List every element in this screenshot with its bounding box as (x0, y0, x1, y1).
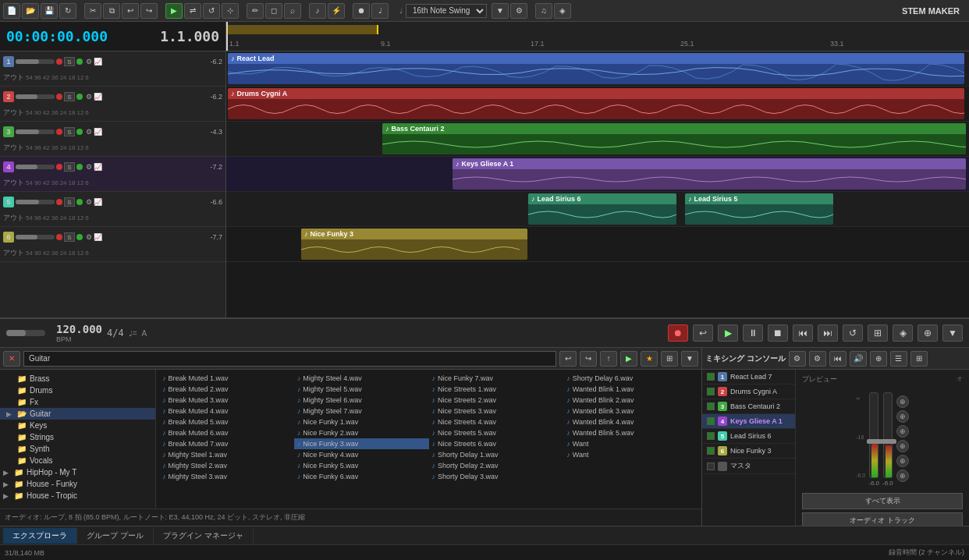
file-nice-funky-7[interactable]: ♪Nice Funky 7.wav (429, 373, 564, 384)
channel-fader-handle-2[interactable] (881, 439, 896, 444)
file-nice-streets-1[interactable]: ♪Nice Streets 1.wav (429, 384, 564, 395)
draw-button[interactable]: ✏ (247, 3, 264, 19)
folder-fx[interactable]: 📁 Fx (0, 396, 155, 408)
file-nice-streets-5[interactable]: ♪Nice Streets 5.wav (429, 427, 564, 438)
clip-drums-cygni[interactable]: ♪ Drums Cygni A (228, 88, 964, 119)
channel-fader-track-2[interactable] (883, 392, 893, 478)
skip-forward-button[interactable]: ⏭ (818, 324, 838, 342)
copy-button[interactable]: ⧉ (103, 3, 120, 19)
track-fader-2[interactable] (16, 94, 55, 99)
file-nice-streets-3[interactable]: ♪Nice Streets 3.wav (429, 406, 564, 416)
mixer-expand-button[interactable]: ⊞ (910, 351, 928, 367)
clip-bass-centauri[interactable]: ♪ Bass Centauri 2 (382, 123, 966, 154)
mixer-fx-btn-2[interactable]: ⊕ (896, 410, 909, 423)
track-mute-led-3[interactable] (56, 129, 62, 135)
return-to-start-button[interactable]: ↩ (693, 324, 713, 342)
clip-lead-sirius-2[interactable]: ♪Lead Sirius 5 (685, 193, 833, 225)
file-wanted-blink-2[interactable]: ♪Wanted Blink 2.wav (563, 395, 698, 406)
file-nice-streets-6[interactable]: ♪Nice Streets 6.wav (429, 438, 564, 449)
file-nice-funky-2[interactable]: ♪Nice Funky 2.wav (294, 427, 429, 438)
show-all-button[interactable]: すべて表示 (802, 493, 963, 509)
overdub-button[interactable]: ⊕ (918, 324, 938, 342)
track-mute-led-4[interactable] (56, 164, 62, 170)
file-nice-funky-3[interactable]: ♪Nice Funky 3.wav (294, 438, 429, 449)
file-mighty-steel-3[interactable]: ♪Mighty Steel 3.wav (159, 471, 294, 482)
file-mighty-steel-7[interactable]: ♪Mighty Steel 7.wav (294, 406, 429, 416)
file-break-muted-4[interactable]: ♪Break Muted 4.wav (159, 406, 294, 416)
clip-lead-sirius-1[interactable]: ♪Lead Sirius 6 (528, 193, 676, 225)
timeline-ruler[interactable]: 1.1 9.1 17.1 25.1 33.1 (226, 22, 969, 51)
folder-keys[interactable]: 📁 Keys (0, 420, 155, 431)
mixer-fx-btn-3[interactable]: ⊕ (896, 425, 909, 438)
file-break-muted-3[interactable]: ♪Break Muted 3.wav (159, 395, 294, 406)
erase-button[interactable]: ◻ (265, 3, 282, 19)
clip-nice-funky[interactable]: ♪Nice Funky 3 (301, 229, 527, 260)
track-fader-5[interactable] (16, 200, 55, 204)
mixer-fx-btn-5[interactable]: ⊕ (896, 455, 909, 467)
folder-guitar[interactable]: ▶ 📂 Guitar (0, 408, 155, 420)
folder-brass[interactable]: 📁 Brass (0, 373, 155, 385)
mixer-ch-checkbox-3[interactable] (707, 402, 715, 410)
mixer-fx-btn-4[interactable]: ⊕ (896, 440, 909, 452)
pattern-button[interactable]: ⊞ (868, 324, 888, 342)
track-solo-3[interactable]: S (64, 127, 75, 136)
zoom-button[interactable]: ⌕ (284, 3, 301, 19)
click-button[interactable]: ▼ (942, 324, 963, 342)
track-solo-2[interactable]: S (64, 92, 75, 101)
file-nice-streets-2[interactable]: ♪Nice Streets 2.wav (429, 395, 564, 406)
track-fader-6[interactable] (16, 235, 55, 239)
track-rec-led-3[interactable] (76, 129, 83, 135)
tab-explorer[interactable]: エクスプローラ (3, 528, 77, 544)
mixer-channel-4[interactable]: 4 Keys Gliese A 1 (702, 414, 795, 429)
tab-plugin-manager[interactable]: プラグイン マネージャ (154, 528, 254, 544)
file-shorty-delay-2[interactable]: ♪Shorty Delay 2.wav (429, 460, 564, 471)
undo-button[interactable]: ↩ (122, 3, 139, 19)
loop-button[interactable]: ↺ (843, 324, 863, 342)
file-want-1[interactable]: ♪Want (563, 438, 698, 449)
file-mighty-steel-2[interactable]: ♪Mighty Steel 2.wav (159, 460, 294, 471)
track-mute-led-1[interactable] (56, 58, 62, 65)
track-rec-led-2[interactable] (76, 94, 83, 100)
open-button[interactable]: 📂 (22, 3, 39, 19)
record-arm-button[interactable]: ⏺ (353, 3, 370, 19)
file-nice-streets-4[interactable]: ♪Nice Streets 4.wav (429, 416, 564, 427)
mixer-vol-button[interactable]: 🔊 (850, 351, 867, 367)
play-mode-button[interactable]: ▶ (165, 3, 183, 19)
track-mute-led-6[interactable] (56, 234, 62, 240)
cut-button[interactable]: ✂ (84, 3, 101, 19)
mixer-ch-checkbox-6[interactable] (707, 447, 715, 455)
browser-close-button[interactable]: ✕ (3, 351, 20, 367)
tab-group-pool[interactable]: グループ プール (77, 528, 154, 544)
midi-button[interactable]: ♫ (535, 3, 552, 19)
track-solo-6[interactable]: S (64, 232, 75, 242)
file-mighty-steel-5[interactable]: ♪Mighty Steel 5.wav (294, 384, 429, 395)
new-button[interactable]: 📄 (3, 3, 20, 19)
mixer-fx-btn-6[interactable]: ⊕ (896, 470, 909, 482)
record-button[interactable]: ⏺ (668, 324, 688, 342)
track-mute-led-5[interactable] (56, 199, 62, 205)
mixer-ch-checkbox-master[interactable] (707, 463, 715, 470)
folder-hiphop[interactable]: ▶ 📁 HipHop - My T (0, 466, 155, 478)
swing-select[interactable]: 16th Note Swing (406, 4, 487, 18)
plugin-button[interactable]: ⚡ (328, 3, 345, 19)
mixer-channel-1[interactable]: 1 React Lead 7 (702, 370, 795, 385)
file-nice-funky-1[interactable]: ♪Nice Funky 1.wav (294, 416, 429, 427)
file-wanted-blink-3[interactable]: ♪Wanted Blink 3.wav (563, 406, 698, 416)
mixer-ch-checkbox-1[interactable] (707, 373, 715, 381)
mixer-config-button[interactable]: ⚙ (809, 351, 826, 367)
folder-tree[interactable]: 📁 Brass 📁 Drums 📁 Fx ▶ (0, 370, 156, 509)
mixer-more-button[interactable]: ☰ (890, 351, 907, 367)
refresh-button[interactable]: ↻ (59, 3, 76, 19)
shuffle-button[interactable]: ⇌ (184, 3, 201, 19)
file-break-muted-6[interactable]: ♪Break Muted 6.wav (159, 427, 294, 438)
file-break-muted-2[interactable]: ♪Break Muted 2.wav (159, 384, 294, 395)
file-mighty-steel-1[interactable]: ♪Mighty Steel 1.wav (159, 449, 294, 460)
track-solo-4[interactable]: S (64, 162, 75, 172)
file-break-muted-5[interactable]: ♪Break Muted 5.wav (159, 416, 294, 427)
file-want-2[interactable]: ♪Want (563, 449, 698, 460)
folder-house-tropic[interactable]: ▶ 📁 House - Tropic (0, 490, 155, 502)
browser-sort-button[interactable]: ▼ (681, 351, 698, 367)
mixer-channel-3[interactable]: 3 Bass Centauri 2 (702, 399, 795, 414)
save-button[interactable]: 💾 (41, 3, 58, 19)
file-mighty-steel-4[interactable]: ♪Mighty Steel 4.wav (294, 373, 429, 384)
